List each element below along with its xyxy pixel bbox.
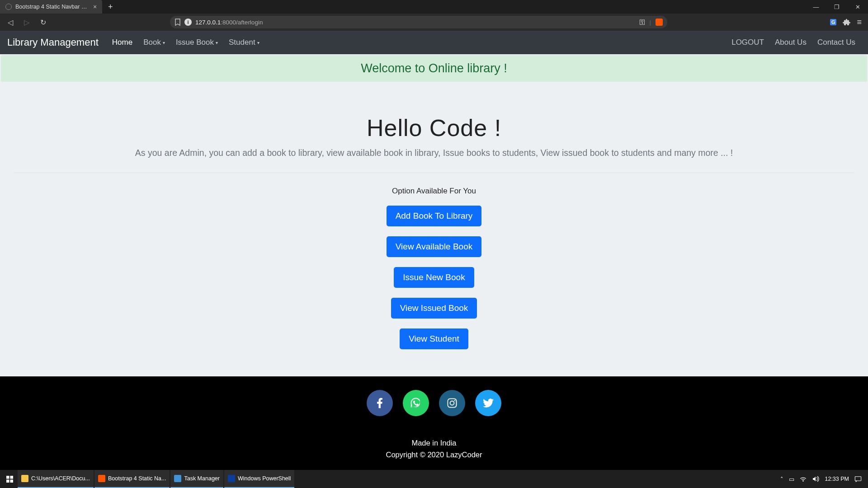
divider	[14, 173, 854, 173]
notifications-icon[interactable]	[854, 476, 862, 482]
svg-rect-5	[855, 477, 861, 481]
back-button[interactable]: ◁	[4, 15, 17, 29]
welcome-banner: Welcome to Online library !	[1, 55, 867, 82]
taskbar-clock[interactable]: 12:33 PM	[825, 476, 849, 482]
start-button[interactable]	[3, 470, 17, 488]
nav-book[interactable]: Book▾	[138, 38, 170, 47]
nav-about[interactable]: About Us	[769, 38, 812, 47]
bookmark-icon[interactable]	[175, 15, 181, 29]
powershell-icon	[228, 475, 235, 482]
svg-rect-0	[6, 476, 9, 479]
taskbar-app-explorer[interactable]: C:\Users\ACER\Docu...	[18, 470, 94, 488]
close-tab-icon[interactable]: ×	[91, 3, 99, 10]
reload-button[interactable]: ↻	[36, 15, 50, 29]
system-tray: ˄ ▭ 12:33 PM	[780, 476, 865, 483]
forward-button[interactable]: ▷	[20, 15, 33, 29]
globe-icon	[5, 4, 12, 10]
nav-issue-book[interactable]: Issue Book▾	[170, 38, 223, 47]
taskbar-app-taskmgr[interactable]: Task Manager	[170, 470, 223, 488]
tab-title: Bootstrap 4 Static Navbar with Dro	[15, 4, 88, 10]
twitter-icon[interactable]	[475, 390, 501, 416]
svg-rect-2	[6, 479, 9, 483]
page-subtitle: As you are Admin, you can add a book to …	[14, 148, 854, 158]
taskbar-app-brave[interactable]: Bootstrap 4 Static Na...	[94, 470, 170, 488]
svg-rect-3	[10, 479, 13, 483]
options-label: Option Available For You	[0, 187, 868, 196]
nav-student[interactable]: Student▾	[223, 38, 265, 47]
wifi-icon[interactable]	[800, 476, 807, 482]
browser-toolbar: ◁ ▷ ↻ i 127.0.0.1:8000/afterlogin ⚿ | G …	[0, 14, 868, 31]
site-info-icon[interactable]: i	[184, 19, 192, 26]
key-icon[interactable]: ⚿	[639, 19, 645, 26]
hero: Hello Code ! As you are Admin, you can a…	[0, 83, 868, 166]
nav-home[interactable]: Home	[107, 38, 138, 47]
tray-chevron-icon[interactable]: ˄	[780, 476, 783, 483]
address-bar[interactable]: i 127.0.0.1:8000/afterlogin ⚿ |	[170, 16, 667, 28]
add-book-button[interactable]: Add Book To Library	[387, 206, 482, 226]
view-student-button[interactable]: View Student	[400, 328, 468, 349]
maximize-button[interactable]: ❐	[826, 0, 847, 14]
view-available-button[interactable]: View Available Book	[387, 236, 481, 257]
svg-point-4	[803, 480, 804, 481]
svg-rect-1	[10, 476, 13, 479]
page-title: Hello Code !	[14, 114, 854, 141]
brave-icon	[98, 475, 105, 482]
options-buttons: Add Book To Library View Available Book …	[0, 206, 868, 376]
whatsapp-icon[interactable]	[403, 390, 429, 416]
volume-icon[interactable]	[812, 476, 819, 482]
issue-new-button[interactable]: Issue New Book	[394, 267, 474, 288]
close-window-button[interactable]: ✕	[847, 0, 868, 14]
brave-shield-icon[interactable]	[656, 19, 663, 26]
window-controls: — ❐ ✕	[806, 0, 868, 14]
chevron-down-icon: ▾	[163, 40, 165, 45]
menu-icon[interactable]: ≡	[857, 18, 862, 27]
brand[interactable]: Library Management	[7, 37, 99, 48]
taskbar-app-powershell[interactable]: Windows PowerShell	[224, 470, 294, 488]
footer-line2: Copyright © 2020 LazyCoder	[0, 449, 868, 460]
chevron-down-icon: ▾	[257, 40, 259, 45]
new-tab-button[interactable]: +	[104, 0, 117, 13]
app-navbar: Library Management Home Book▾ Issue Book…	[0, 31, 868, 54]
browser-titlebar: Bootstrap 4 Static Navbar with Dro × + —…	[0, 0, 868, 14]
nav-contact[interactable]: Contact Us	[812, 38, 861, 47]
minimize-button[interactable]: —	[806, 0, 826, 14]
folder-icon	[21, 475, 28, 482]
chevron-down-icon: ▾	[216, 40, 218, 45]
battery-icon[interactable]: ▭	[789, 476, 794, 483]
footer-line1: Made in India	[0, 437, 868, 449]
instagram-icon[interactable]	[439, 390, 465, 416]
url-text: 127.0.0.1:8000/afterlogin	[195, 19, 263, 26]
page-footer: Made in India Copyright © 2020 LazyCoder	[0, 376, 868, 473]
taskmgr-icon	[174, 475, 181, 482]
extensions-icon[interactable]	[843, 19, 850, 26]
browser-tab[interactable]: Bootstrap 4 Static Navbar with Dro ×	[0, 0, 102, 14]
view-issued-button[interactable]: View Issued Book	[391, 298, 477, 319]
translate-icon[interactable]: G	[830, 19, 837, 25]
windows-taskbar: C:\Users\ACER\Docu... Bootstrap 4 Static…	[0, 470, 868, 488]
page-body: Library Management Home Book▾ Issue Book…	[0, 31, 868, 473]
nav-logout[interactable]: LOGOUT	[726, 38, 769, 47]
facebook-icon[interactable]	[367, 390, 393, 416]
